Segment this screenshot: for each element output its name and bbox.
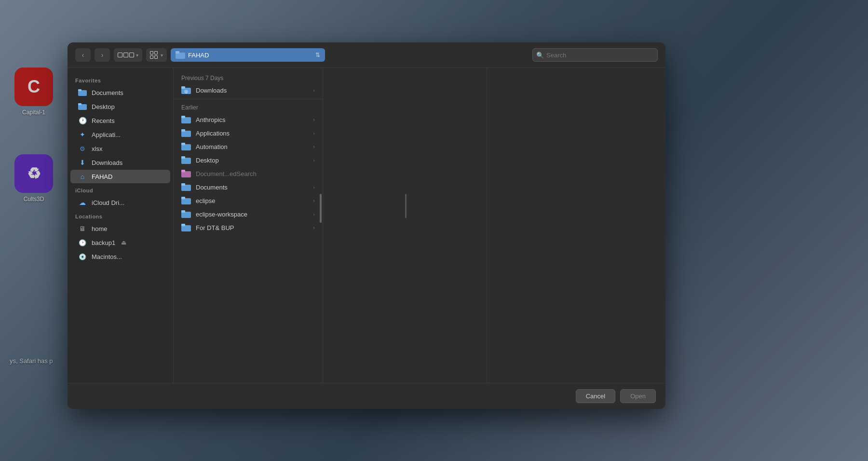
cancel-button[interactable]: Cancel	[576, 389, 615, 403]
svg-rect-7	[181, 86, 185, 89]
sidebar-item-applications[interactable]: ✦ Applicati...	[70, 128, 170, 141]
file-item-anthropics[interactable]: Anthropics ›	[174, 113, 323, 126]
sidebar-item-icloud-drive[interactable]: ☁ iCloud Dri...	[70, 196, 170, 209]
chevron-down-icon: ▾	[136, 53, 138, 58]
section-label-earlier: Earlier	[174, 101, 323, 113]
sidebar-item-label: home	[92, 225, 108, 232]
macintosh-disk-icon: 💿	[78, 252, 87, 261]
file-item-name: For DT& BUP	[196, 224, 308, 231]
xlsx-icon: ⚙	[78, 144, 87, 153]
file-column-main: Previous 7 Days ↓ Downloads	[174, 68, 323, 383]
file-item-documents-folder[interactable]: Documents ›	[174, 180, 323, 194]
scroll-indicator-secondary	[405, 194, 407, 218]
dialog-overlay: ‹ › ▾	[0, 0, 868, 461]
svg-rect-27	[181, 224, 185, 226]
sidebar-item-label: Downloads	[92, 159, 122, 166]
file-column-secondary	[323, 68, 487, 383]
location-name: FAHAD	[188, 52, 209, 59]
forward-icon: ›	[101, 51, 104, 59]
sidebar-item-downloads[interactable]: ⬇ Downloads	[70, 156, 170, 169]
file-column-tertiary	[487, 68, 665, 383]
file-item-name: eclipse	[196, 197, 308, 204]
location-selector[interactable]: FAHAD ⇅	[171, 48, 325, 62]
sidebar-item-backup1[interactable]: 🕑 backup1 ⏏	[70, 236, 170, 249]
sidebar-item-label: Documents	[92, 89, 123, 96]
grid-view-icon	[150, 51, 158, 59]
sidebar-item-label: Desktop	[92, 103, 115, 110]
chevron-right-icon: ›	[313, 157, 315, 163]
file-item-name: Anthropics	[196, 116, 308, 123]
sidebar-item-desktop[interactable]: Desktop	[70, 100, 170, 113]
file-item-for-dt-bup[interactable]: For DT& BUP ›	[174, 221, 323, 234]
downloads-recent-icon: ↓	[181, 86, 191, 94]
sidebar-item-recents[interactable]: 🕐 Recents	[70, 114, 170, 127]
sidebar-item-xlsx[interactable]: ⚙ xlsx	[70, 142, 170, 155]
file-item-name: eclipse-workspace	[196, 211, 308, 218]
divider	[174, 99, 323, 99]
eclipse-workspace-folder-icon	[181, 210, 191, 218]
back-button[interactable]: ‹	[75, 48, 91, 62]
chevron-right-icon: ›	[313, 225, 315, 230]
svg-rect-3	[78, 89, 81, 91]
search-box-wrapper: 🔍	[532, 48, 658, 62]
automation-folder-icon	[181, 143, 191, 150]
bottom-bar: Cancel Open	[68, 383, 665, 409]
for-dt-bup-folder-icon	[181, 224, 191, 231]
applications-icon: ✦	[78, 130, 87, 139]
sidebar-item-fahad[interactable]: ⌂ FAHAD	[70, 170, 170, 183]
svg-text:↓: ↓	[185, 90, 187, 94]
sidebar-item-label: FAHAD	[92, 173, 112, 180]
svg-rect-15	[181, 143, 185, 145]
chevron-right-icon: ›	[313, 144, 315, 149]
sidebar: Favorites Documents Desktop 🕐	[68, 68, 174, 383]
svg-rect-13	[181, 129, 185, 132]
file-item-downloads-recent[interactable]: ↓ Downloads ›	[174, 83, 323, 97]
file-item-name: Desktop	[196, 157, 308, 164]
applications-folder-icon	[181, 129, 191, 137]
sidebar-section-icloud: iCloud	[68, 184, 173, 195]
sidebar-item-label: iCloud Dri...	[92, 199, 124, 206]
svg-rect-23	[181, 197, 185, 199]
documents-folder-icon-2	[181, 183, 191, 191]
sidebar-item-macintosh[interactable]: 💿 Macintos...	[70, 250, 170, 263]
sidebar-item-home[interactable]: 🖥 home	[70, 222, 170, 235]
file-item-eclipse-workspace[interactable]: eclipse-workspace ›	[174, 207, 323, 221]
file-browser: Previous 7 Days ↓ Downloads	[174, 68, 665, 383]
home-drive-icon: 🖥	[78, 224, 87, 233]
chevron-right-icon: ›	[313, 198, 315, 203]
forward-button[interactable]: ›	[95, 48, 110, 62]
file-item-applications[interactable]: Applications ›	[174, 126, 323, 140]
documents-folder-icon	[78, 88, 87, 97]
svg-rect-21	[181, 183, 185, 186]
main-content: Favorites Documents Desktop 🕐	[68, 68, 665, 383]
file-item-name: Documents	[196, 184, 308, 191]
anthropics-folder-icon	[181, 116, 191, 123]
location-arrows-icon: ⇅	[315, 52, 320, 58]
toolbar: ‹ › ▾	[68, 42, 665, 68]
sidebar-section-locations: Locations	[68, 210, 173, 221]
open-button[interactable]: Open	[620, 389, 656, 403]
chevron-down-icon-2: ▾	[161, 53, 163, 58]
file-open-dialog: ‹ › ▾	[68, 42, 665, 409]
file-item-automation[interactable]: Automation ›	[174, 140, 323, 153]
downloads-icon: ⬇	[78, 158, 87, 167]
file-item-eclipse[interactable]: eclipse ›	[174, 194, 323, 207]
back-icon: ‹	[82, 51, 84, 59]
file-item-document-edsearch[interactable]: Document...edSearch	[174, 167, 323, 180]
sidebar-item-documents[interactable]: Documents	[70, 86, 170, 99]
fahad-home-icon: ⌂	[78, 172, 87, 181]
search-input[interactable]	[532, 48, 658, 62]
sidebar-item-label: Macintos...	[92, 253, 122, 260]
desktop-folder-icon	[78, 102, 87, 111]
file-item-name: Automation	[196, 143, 308, 150]
file-item-desktop-folder[interactable]: Desktop ›	[174, 153, 323, 167]
column-view-button[interactable]: ▾	[114, 48, 142, 62]
svg-rect-17	[181, 156, 185, 159]
recents-icon: 🕐	[78, 116, 87, 125]
grid-view-button[interactable]: ▾	[146, 48, 167, 62]
chevron-right-icon: ›	[313, 130, 315, 136]
section-label-previous7days: Previous 7 Days	[174, 72, 323, 83]
backup1-icon: 🕑	[78, 238, 87, 247]
chevron-right-icon: ›	[313, 117, 315, 122]
scroll-thumb	[320, 194, 322, 223]
